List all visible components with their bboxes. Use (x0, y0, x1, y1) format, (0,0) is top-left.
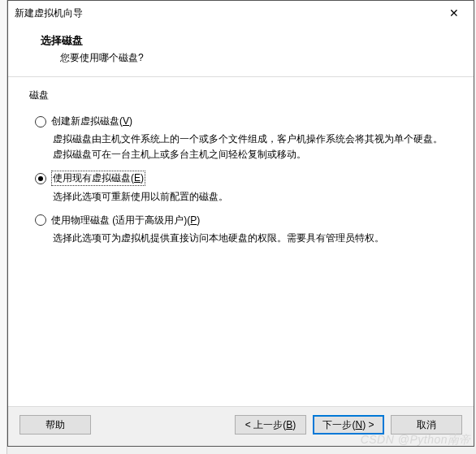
help-button[interactable]: 帮助 (19, 415, 91, 435)
content-area: 磁盘 创建新虚拟磁盘(V) 虚拟磁盘由主机文件系统上的一个或多个文件组成，客户机… (8, 77, 474, 406)
radio-create-new-disk[interactable] (35, 116, 46, 128)
next-button[interactable]: 下一步(N) > (313, 415, 384, 435)
page-subtitle: 您要使用哪个磁盘? (41, 51, 457, 65)
wizard-dialog: 新建虚拟机向导 ✕ 选择磁盘 您要使用哪个磁盘? 磁盘 创建新虚拟磁盘(V) 虚… (7, 0, 474, 447)
cancel-button[interactable]: 取消 (391, 415, 462, 435)
radio-label: 使用物理磁盘 (适用于高级用户)(P) (51, 214, 200, 227)
page-title: 选择磁盘 (41, 33, 457, 48)
close-icon: ✕ (449, 6, 459, 19)
option-row[interactable]: 使用物理磁盘 (适用于高级用户)(P) (35, 214, 447, 227)
option-create-new-disk: 创建新虚拟磁盘(V) 虚拟磁盘由主机文件系统上的一个或多个文件组成，客户机操作系… (35, 115, 447, 162)
window-title: 新建虚拟机向导 (15, 6, 438, 20)
option-description: 虚拟磁盘由主机文件系统上的一个或多个文件组成，客户机操作系统会将其视为单个硬盘。… (53, 132, 447, 162)
group-label: 磁盘 (29, 89, 452, 102)
radio-label: 创建新虚拟磁盘(V) (51, 115, 132, 128)
back-button[interactable]: < 上一步(B) (235, 415, 306, 435)
disk-options-group: 创建新虚拟磁盘(V) 虚拟磁盘由主机文件系统上的一个或多个文件组成，客户机操作系… (29, 104, 452, 260)
close-button[interactable]: ✕ (438, 2, 470, 24)
option-use-existing-disk: 使用现有虚拟磁盘(E) 选择此选项可重新使用以前配置的磁盘。 (35, 171, 447, 205)
wizard-header: 选择磁盘 您要使用哪个磁盘? (8, 25, 474, 76)
radio-use-physical-disk[interactable] (35, 214, 46, 226)
option-description: 选择此选项可重新使用以前配置的磁盘。 (53, 189, 447, 205)
radio-use-existing-disk[interactable] (35, 173, 46, 184)
option-description: 选择此选项可为虚拟机提供直接访问本地硬盘的权限。需要具有管理员特权。 (53, 231, 447, 246)
titlebar: 新建虚拟机向导 ✕ (8, 1, 474, 25)
wizard-footer: 帮助 < 上一步(B) 下一步(N) > 取消 (8, 406, 474, 446)
option-row[interactable]: 使用现有虚拟磁盘(E) (35, 171, 447, 186)
option-use-physical-disk: 使用物理磁盘 (适用于高级用户)(P) 选择此选项可为虚拟机提供直接访问本地硬盘… (35, 214, 447, 246)
radio-label: 使用现有虚拟磁盘(E) (51, 171, 145, 186)
option-row[interactable]: 创建新虚拟磁盘(V) (35, 115, 447, 128)
background-sliver (0, 0, 7, 454)
